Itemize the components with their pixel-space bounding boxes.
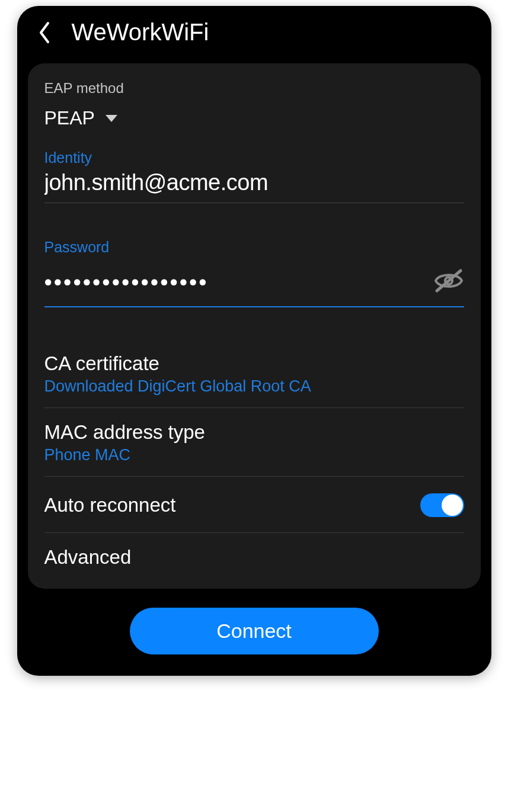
password-label: Password bbox=[44, 239, 464, 256]
identity-field-group: Identity bbox=[28, 149, 481, 203]
settings-panel: EAP method PEAP Identity Password ••••••… bbox=[28, 63, 481, 589]
advanced-row[interactable]: Advanced bbox=[28, 533, 481, 583]
back-button[interactable] bbox=[31, 20, 57, 46]
mac-address-type-title: MAC address type bbox=[44, 421, 464, 444]
mac-address-type-value: Phone MAC bbox=[44, 446, 464, 464]
identity-label: Identity bbox=[44, 149, 464, 166]
ca-certificate-title: CA certificate bbox=[44, 352, 464, 375]
action-bar: Connect bbox=[17, 589, 491, 658]
password-input[interactable]: ••••••••••••••••• bbox=[44, 259, 421, 301]
eap-method-label: EAP method bbox=[44, 80, 464, 97]
chevron-left-icon bbox=[37, 21, 52, 44]
eye-off-icon bbox=[433, 267, 464, 294]
identity-input[interactable] bbox=[44, 170, 464, 200]
toggle-knob bbox=[442, 495, 463, 516]
mac-address-type-row[interactable]: MAC address type Phone MAC bbox=[28, 408, 481, 476]
advanced-title: Advanced bbox=[44, 546, 464, 569]
toggle-password-visibility-button[interactable] bbox=[433, 267, 464, 294]
auto-reconnect-toggle[interactable] bbox=[420, 493, 464, 517]
wifi-config-screen: WeWorkWiFi EAP method PEAP Identity Pass… bbox=[17, 6, 491, 676]
field-underline-focused bbox=[44, 306, 464, 307]
ca-certificate-value: Downloaded DigiCert Global Root CA bbox=[44, 377, 464, 396]
chevron-down-icon bbox=[106, 115, 117, 122]
eap-method-value: PEAP bbox=[44, 107, 95, 129]
header-bar: WeWorkWiFi bbox=[17, 6, 491, 63]
connect-button[interactable]: Connect bbox=[130, 608, 379, 654]
svg-line-1 bbox=[437, 271, 461, 291]
field-underline bbox=[44, 203, 464, 203]
page-title: WeWorkWiFi bbox=[72, 19, 209, 46]
auto-reconnect-label: Auto reconnect bbox=[44, 494, 176, 516]
eap-method-dropdown[interactable]: PEAP bbox=[44, 107, 464, 129]
password-field-group: Password ••••••••••••••••• bbox=[28, 239, 481, 307]
ca-certificate-row[interactable]: CA certificate Downloaded DigiCert Globa… bbox=[28, 339, 481, 407]
auto-reconnect-row: Auto reconnect bbox=[28, 477, 481, 532]
